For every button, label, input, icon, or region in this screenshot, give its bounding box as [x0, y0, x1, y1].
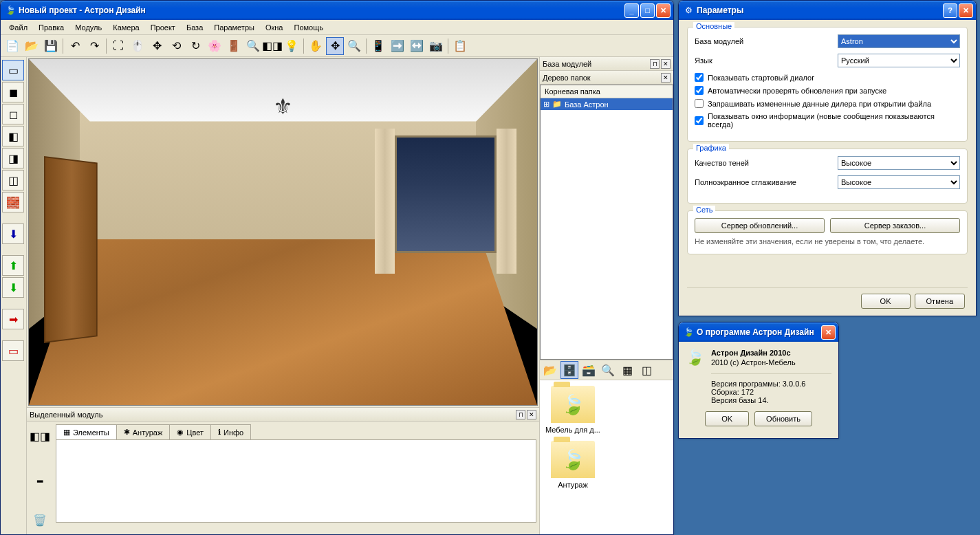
module-base-select[interactable]: Astron: [838, 34, 960, 48]
down-arrow-tool[interactable]: ⬇: [2, 223, 24, 244]
up-green-tool[interactable]: ⬆: [2, 255, 24, 276]
update-server-button[interactable]: Сервер обновлений...: [695, 218, 825, 233]
menu-windows[interactable]: Окна: [260, 22, 289, 33]
close-button[interactable]: ✕: [656, 3, 671, 18]
tree-item-base[interactable]: ⊞ 📁 База Астрон: [541, 98, 673, 110]
light-button[interactable]: 💡: [283, 37, 301, 55]
pan-button[interactable]: ✋: [307, 37, 325, 55]
panel-pin-button[interactable]: ⊓: [516, 410, 525, 419]
check-show-info[interactable]: [695, 116, 704, 125]
panel-pin-button[interactable]: ⊓: [650, 59, 660, 69]
about-update-button[interactable]: Обновить: [754, 411, 812, 426]
door-tool-button[interactable]: 🚪: [225, 37, 243, 55]
select-cursor-button[interactable]: 🖱️: [129, 37, 146, 55]
network-hint: Не изменяйте эти значения, если не увере…: [695, 237, 960, 245]
rotate90-button[interactable]: ⟲: [167, 37, 185, 55]
move-button[interactable]: ✥: [148, 37, 166, 55]
folder-leaf-icon: 🍃: [551, 386, 595, 423]
search-folder-button[interactable]: 🔍: [599, 361, 617, 379]
orders-server-button[interactable]: Сервер заказов...: [830, 218, 960, 233]
3d-viewport[interactable]: ⚜: [28, 58, 538, 406]
view-tiles-button[interactable]: ◫: [638, 361, 655, 379]
shadow-label: Качество теней: [695, 159, 832, 167]
panel-close-button[interactable]: ✕: [661, 59, 671, 69]
menu-project[interactable]: Проект: [145, 22, 181, 33]
view-grid-button[interactable]: ▦: [618, 361, 636, 379]
snapshot-button[interactable]: 📷: [427, 37, 445, 55]
menu-help[interactable]: Помощь: [288, 22, 329, 33]
minimize-button[interactable]: _: [624, 3, 639, 18]
save-button[interactable]: 💾: [42, 37, 60, 55]
menu-module[interactable]: Модуль: [69, 22, 107, 33]
rotate-button[interactable]: ↻: [186, 37, 204, 55]
close-button[interactable]: ✕: [959, 3, 973, 18]
menu-camera[interactable]: Камера: [107, 22, 144, 33]
check-auto-updates[interactable]: [695, 86, 704, 95]
main-titlebar[interactable]: 🍃 Новый проект - Астрон Дизайн _ □ ✕: [1, 1, 673, 20]
browser-toolbar: 📂 🗄️ 🗃️ 🔍 ▦ ◫: [540, 360, 673, 380]
tab-info[interactable]: ℹИнфо: [210, 424, 251, 439]
box-wire-tool[interactable]: ◻: [2, 104, 24, 124]
params-titlebar[interactable]: ⚙ Параметры ? ✕: [679, 1, 976, 20]
lang-select[interactable]: Русский: [838, 54, 960, 67]
trash-button[interactable]: 🗑️: [29, 510, 51, 530]
aa-select[interactable]: Высокое: [838, 175, 960, 189]
panel-close-button[interactable]: ✕: [527, 410, 536, 419]
expand-icon[interactable]: ⊞: [543, 100, 549, 109]
main-toolbar: 📄 📂 💾 ↶ ↷ ⛶ 🖱️ ✥ ⟲ ↻ 🌸 🚪 🔍 ◧◨ 💡 ✋ ✥ 🔍 📱 …: [1, 35, 673, 57]
about-ok-button[interactable]: OK: [705, 411, 749, 426]
mirror-button[interactable]: ◧◨: [263, 37, 281, 55]
about-app-name: Астрон Дизайн 2010c: [711, 349, 831, 357]
help-button[interactable]: ?: [943, 3, 957, 18]
about-titlebar[interactable]: 🍃 О программе Астрон Дизайн ✕: [679, 323, 838, 342]
ok-button[interactable]: OK: [861, 294, 911, 309]
frame-red-tool[interactable]: ▭: [2, 340, 24, 361]
box-solid-tool[interactable]: ◼: [2, 82, 24, 102]
shadow-select[interactable]: Высокое: [838, 156, 960, 170]
menu-base[interactable]: База: [181, 22, 208, 33]
open-button[interactable]: 📂: [23, 37, 41, 55]
redo-button[interactable]: ↷: [85, 37, 103, 55]
right-red-tool[interactable]: ➡: [2, 309, 24, 329]
calc-button[interactable]: 📱: [369, 37, 387, 55]
about-leaf-icon: 🍃: [686, 349, 704, 404]
box-right-tool[interactable]: ◨: [2, 148, 24, 168]
report-button[interactable]: 📋: [451, 37, 469, 55]
color-button[interactable]: 🌸: [206, 37, 224, 55]
view-icons-button[interactable]: 🗄️: [560, 361, 578, 379]
zoom-button[interactable]: 🔍: [345, 37, 363, 55]
view-list-button[interactable]: 🗃️: [580, 361, 598, 379]
up-folder-button[interactable]: 📂: [541, 361, 559, 379]
folder-entourage[interactable]: 🍃 Антураж: [545, 441, 600, 489]
undo-button[interactable]: ↶: [66, 37, 84, 55]
tab-entourage[interactable]: ✱Антураж: [116, 424, 171, 439]
tab-elements[interactable]: ▦Элементы: [56, 424, 117, 439]
down-green-tool[interactable]: ⬇: [2, 277, 24, 298]
panel-close-button[interactable]: ✕: [661, 73, 671, 83]
menu-file[interactable]: Файл: [3, 22, 33, 33]
app-icon: 🍃: [5, 5, 16, 16]
check-dealer-data[interactable]: [695, 99, 704, 108]
box-left-tool[interactable]: ◧: [2, 126, 24, 146]
new-button[interactable]: 📄: [3, 37, 21, 55]
zoom-region-button[interactable]: 🔍: [244, 37, 262, 55]
orbit-button[interactable]: ✥: [326, 37, 344, 55]
select-frame-button[interactable]: ⛶: [109, 37, 127, 55]
folder-tree[interactable]: Корневая папка ⊞ 📁 База Астрон: [540, 85, 673, 360]
slider-icon[interactable]: ▂: [37, 474, 43, 483]
export-button[interactable]: ➡️: [389, 37, 406, 55]
brick-tool[interactable]: 🧱: [2, 192, 24, 212]
menu-edit[interactable]: Правка: [33, 22, 69, 33]
folder-furniture[interactable]: 🍃 Мебель для д...: [545, 386, 600, 434]
wall-tool[interactable]: ▭: [2, 60, 24, 80]
mirror-panel-button[interactable]: ◧◨: [29, 426, 51, 446]
tab-color[interactable]: ◉Цвет: [169, 424, 211, 439]
folder-browser[interactable]: 🍃 Мебель для д... 🍃 Антураж: [540, 380, 673, 534]
menu-params[interactable]: Параметры: [208, 22, 260, 33]
box-persp-tool[interactable]: ◫: [2, 170, 24, 190]
cancel-button[interactable]: Отмена: [915, 294, 965, 309]
dimensions-button[interactable]: ↔️: [408, 37, 426, 55]
maximize-button[interactable]: □: [640, 3, 655, 18]
close-button[interactable]: ✕: [821, 325, 836, 340]
check-startup-dialog[interactable]: [695, 73, 704, 82]
